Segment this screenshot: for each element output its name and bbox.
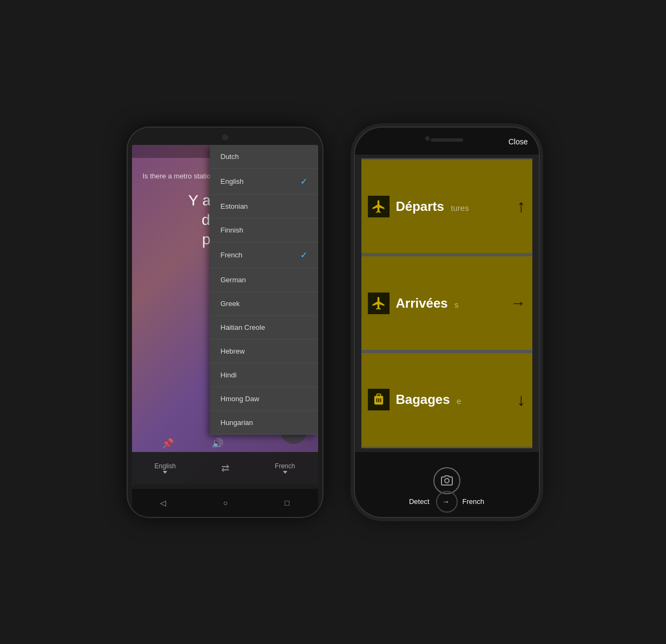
departures-arrow: ↑ (517, 196, 526, 216)
swap-languages-button[interactable]: ⇄ (221, 462, 229, 474)
target-language-selector[interactable]: French (275, 462, 295, 474)
arrivals-sign[interactable]: Arrivées s → (361, 256, 532, 350)
iphone-speaker (431, 138, 463, 142)
pin-icon[interactable]: 📌 (162, 437, 174, 449)
arrivals-text-area: Arrivées s (396, 296, 504, 311)
nav-home-button[interactable]: ○ (223, 499, 228, 507)
android-screen: ▾ ▲ ▮ 14:38 Is there a metro station Y a… (132, 145, 318, 484)
svg-point-5 (445, 479, 449, 483)
dutch-label: Dutch (221, 152, 239, 161)
nav-recents-button[interactable]: □ (285, 499, 289, 507)
signs-area: Départs tures ↑ Arrivées (355, 155, 539, 452)
arrivals-sub-text: s (454, 300, 459, 309)
baggage-arrow: ↓ (517, 390, 526, 410)
language-dropdown: Dutch English ✓ Estonian Finnish French … (210, 145, 318, 435)
iphone-bottom-section: Detect → French (355, 452, 539, 517)
departures-sub-text: tures (451, 203, 469, 213)
dropdown-item-hebrew[interactable]: Hebrew (210, 340, 318, 363)
departures-icon (368, 196, 390, 217)
dropdown-item-german[interactable]: German (210, 268, 318, 292)
finnish-label: Finnish (221, 226, 243, 234)
close-label: Close (509, 137, 528, 146)
detect-label[interactable]: Detect (409, 497, 430, 506)
estonian-label: Estonian (221, 202, 248, 210)
arrivals-main-text: Arrivées (396, 296, 448, 310)
hindi-label: Hindi (221, 371, 237, 379)
close-button[interactable]: Close (509, 137, 528, 146)
camera-button[interactable] (433, 467, 460, 494)
dropdown-item-hungarian[interactable]: Hungarian (210, 411, 318, 435)
dropdown-item-hmong-daw[interactable]: Hmong Daw (210, 387, 318, 411)
baggage-sign[interactable]: Bagages e ↓ (361, 353, 532, 447)
german-label: German (221, 276, 246, 284)
target-lang-label: French (275, 462, 295, 470)
iphone-screen: Close Départs tures (355, 128, 539, 517)
hebrew-label: Hebrew (221, 347, 245, 355)
dropdown-item-french[interactable]: French ✓ (210, 242, 318, 268)
baggage-text-area: Bagages e (396, 392, 511, 407)
dropdown-item-dutch[interactable]: Dutch (210, 145, 318, 169)
iphone-content-wrapper: Départs tures ↑ Arrivées (355, 155, 539, 517)
departures-sign[interactable]: Départs tures ↑ (361, 160, 532, 254)
baggage-main-text: Bagages (396, 392, 450, 407)
svg-rect-1 (377, 394, 380, 397)
departures-text-area: Départs tures (396, 199, 511, 214)
dropdown-item-hindi[interactable]: Hindi (210, 363, 318, 387)
iphone-camera (425, 136, 430, 141)
hmong-daw-label: Hmong Daw (221, 395, 260, 403)
dropdown-item-english[interactable]: English ✓ (210, 169, 318, 195)
android-nav-bar: ◁ ○ □ (132, 489, 318, 517)
french-checkmark: ✓ (300, 250, 307, 260)
iphone-home-button[interactable] (436, 491, 458, 513)
dropdown-item-finnish[interactable]: Finnish (210, 218, 318, 242)
hungarian-label: Hungarian (221, 419, 253, 427)
arrivals-icon (368, 293, 390, 314)
dropdown-item-haitian-creole[interactable]: Haitian Creole (210, 316, 318, 340)
greek-label: Greek (221, 300, 240, 308)
source-lang-label: English (155, 462, 176, 470)
source-language-selector[interactable]: English (155, 462, 176, 474)
english-label: English (221, 177, 244, 185)
phones-container: ▾ ▲ ▮ 14:38 Is there a metro station Y a… (128, 128, 539, 517)
iphone-target-lang[interactable]: French (463, 497, 484, 506)
departures-main-text: Départs (396, 199, 444, 214)
english-checkmark: ✓ (300, 176, 307, 187)
android-bottom-bar: English ⇄ French (132, 452, 318, 484)
haitian-creole-label: Haitian Creole (221, 323, 265, 331)
nav-back-button[interactable]: ◁ (160, 499, 166, 507)
dropdown-item-estonian[interactable]: Estonian (210, 195, 318, 218)
volume-icon[interactable]: 🔊 (212, 437, 223, 449)
android-phone: ▾ ▲ ▮ 14:38 Is there a metro station Y a… (128, 128, 322, 517)
source-lang-chevron (163, 471, 167, 474)
dropdown-item-greek[interactable]: Greek (210, 292, 318, 316)
arrivals-arrow: → (511, 295, 526, 312)
target-lang-chevron (283, 471, 287, 474)
baggage-icon (368, 389, 390, 410)
iphone: Close Départs tures (355, 128, 539, 517)
baggage-sub-text: e (457, 396, 461, 406)
french-label: French (221, 251, 242, 259)
